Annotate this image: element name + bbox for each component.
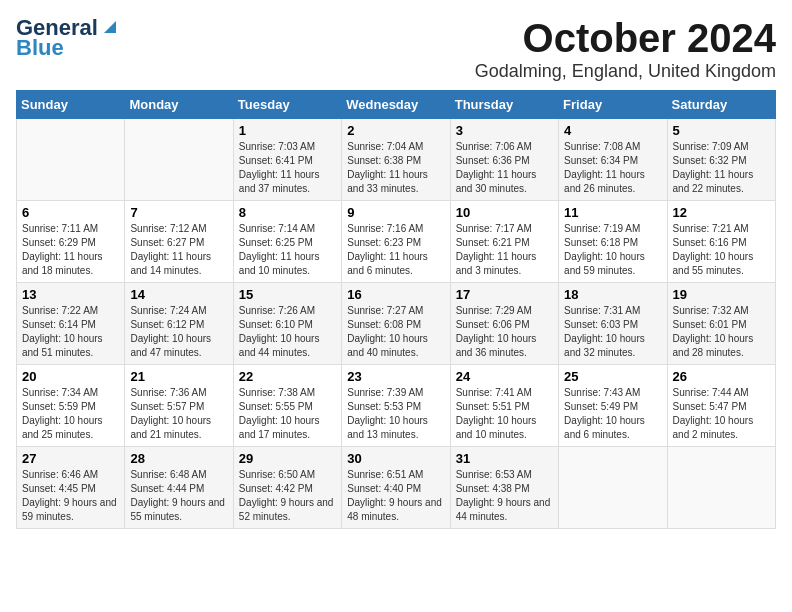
day-info: Sunrise: 7:04 AMSunset: 6:38 PMDaylight:… xyxy=(347,140,444,196)
header-cell-sunday: Sunday xyxy=(17,91,125,119)
day-cell xyxy=(667,447,775,529)
day-info: Sunrise: 7:08 AMSunset: 6:34 PMDaylight:… xyxy=(564,140,661,196)
day-cell: 6Sunrise: 7:11 AMSunset: 6:29 PMDaylight… xyxy=(17,201,125,283)
location-title: Godalming, England, United Kingdom xyxy=(475,61,776,82)
day-number: 11 xyxy=(564,205,661,220)
day-number: 16 xyxy=(347,287,444,302)
day-number: 17 xyxy=(456,287,553,302)
header-cell-friday: Friday xyxy=(559,91,667,119)
day-cell: 1Sunrise: 7:03 AMSunset: 6:41 PMDaylight… xyxy=(233,119,341,201)
svg-marker-0 xyxy=(104,21,116,33)
day-cell: 7Sunrise: 7:12 AMSunset: 6:27 PMDaylight… xyxy=(125,201,233,283)
day-number: 15 xyxy=(239,287,336,302)
day-info: Sunrise: 7:34 AMSunset: 5:59 PMDaylight:… xyxy=(22,386,119,442)
header-cell-monday: Monday xyxy=(125,91,233,119)
day-cell: 24Sunrise: 7:41 AMSunset: 5:51 PMDayligh… xyxy=(450,365,558,447)
logo-icon xyxy=(100,17,120,37)
day-number: 29 xyxy=(239,451,336,466)
header-cell-saturday: Saturday xyxy=(667,91,775,119)
day-number: 9 xyxy=(347,205,444,220)
day-number: 8 xyxy=(239,205,336,220)
day-number: 18 xyxy=(564,287,661,302)
day-info: Sunrise: 7:26 AMSunset: 6:10 PMDaylight:… xyxy=(239,304,336,360)
header: General Blue October 2024 Godalming, Eng… xyxy=(16,16,776,82)
day-number: 5 xyxy=(673,123,770,138)
day-cell: 13Sunrise: 7:22 AMSunset: 6:14 PMDayligh… xyxy=(17,283,125,365)
day-cell: 14Sunrise: 7:24 AMSunset: 6:12 PMDayligh… xyxy=(125,283,233,365)
calendar-header: SundayMondayTuesdayWednesdayThursdayFrid… xyxy=(17,91,776,119)
week-row-2: 6Sunrise: 7:11 AMSunset: 6:29 PMDaylight… xyxy=(17,201,776,283)
day-info: Sunrise: 7:03 AMSunset: 6:41 PMDaylight:… xyxy=(239,140,336,196)
day-info: Sunrise: 7:11 AMSunset: 6:29 PMDaylight:… xyxy=(22,222,119,278)
day-info: Sunrise: 6:53 AMSunset: 4:38 PMDaylight:… xyxy=(456,468,553,524)
day-info: Sunrise: 7:24 AMSunset: 6:12 PMDaylight:… xyxy=(130,304,227,360)
day-info: Sunrise: 7:29 AMSunset: 6:06 PMDaylight:… xyxy=(456,304,553,360)
day-info: Sunrise: 7:22 AMSunset: 6:14 PMDaylight:… xyxy=(22,304,119,360)
day-number: 7 xyxy=(130,205,227,220)
day-number: 12 xyxy=(673,205,770,220)
day-cell: 23Sunrise: 7:39 AMSunset: 5:53 PMDayligh… xyxy=(342,365,450,447)
day-info: Sunrise: 7:39 AMSunset: 5:53 PMDaylight:… xyxy=(347,386,444,442)
day-cell: 25Sunrise: 7:43 AMSunset: 5:49 PMDayligh… xyxy=(559,365,667,447)
day-number: 26 xyxy=(673,369,770,384)
day-info: Sunrise: 7:31 AMSunset: 6:03 PMDaylight:… xyxy=(564,304,661,360)
day-number: 13 xyxy=(22,287,119,302)
day-number: 28 xyxy=(130,451,227,466)
day-number: 14 xyxy=(130,287,227,302)
day-cell: 29Sunrise: 6:50 AMSunset: 4:42 PMDayligh… xyxy=(233,447,341,529)
day-info: Sunrise: 6:48 AMSunset: 4:44 PMDaylight:… xyxy=(130,468,227,524)
day-info: Sunrise: 7:12 AMSunset: 6:27 PMDaylight:… xyxy=(130,222,227,278)
day-info: Sunrise: 7:32 AMSunset: 6:01 PMDaylight:… xyxy=(673,304,770,360)
day-info: Sunrise: 7:19 AMSunset: 6:18 PMDaylight:… xyxy=(564,222,661,278)
day-info: Sunrise: 7:38 AMSunset: 5:55 PMDaylight:… xyxy=(239,386,336,442)
day-cell: 22Sunrise: 7:38 AMSunset: 5:55 PMDayligh… xyxy=(233,365,341,447)
day-info: Sunrise: 6:51 AMSunset: 4:40 PMDaylight:… xyxy=(347,468,444,524)
day-number: 24 xyxy=(456,369,553,384)
day-cell: 2Sunrise: 7:04 AMSunset: 6:38 PMDaylight… xyxy=(342,119,450,201)
day-number: 31 xyxy=(456,451,553,466)
day-info: Sunrise: 7:43 AMSunset: 5:49 PMDaylight:… xyxy=(564,386,661,442)
header-cell-wednesday: Wednesday xyxy=(342,91,450,119)
day-cell: 10Sunrise: 7:17 AMSunset: 6:21 PMDayligh… xyxy=(450,201,558,283)
day-cell: 27Sunrise: 6:46 AMSunset: 4:45 PMDayligh… xyxy=(17,447,125,529)
day-cell: 26Sunrise: 7:44 AMSunset: 5:47 PMDayligh… xyxy=(667,365,775,447)
day-number: 19 xyxy=(673,287,770,302)
day-number: 6 xyxy=(22,205,119,220)
day-cell: 9Sunrise: 7:16 AMSunset: 6:23 PMDaylight… xyxy=(342,201,450,283)
day-info: Sunrise: 7:44 AMSunset: 5:47 PMDaylight:… xyxy=(673,386,770,442)
month-title: October 2024 xyxy=(475,16,776,61)
logo-text-blue: Blue xyxy=(16,36,64,60)
day-info: Sunrise: 6:46 AMSunset: 4:45 PMDaylight:… xyxy=(22,468,119,524)
day-number: 3 xyxy=(456,123,553,138)
day-cell: 8Sunrise: 7:14 AMSunset: 6:25 PMDaylight… xyxy=(233,201,341,283)
day-info: Sunrise: 7:16 AMSunset: 6:23 PMDaylight:… xyxy=(347,222,444,278)
day-cell: 15Sunrise: 7:26 AMSunset: 6:10 PMDayligh… xyxy=(233,283,341,365)
week-row-3: 13Sunrise: 7:22 AMSunset: 6:14 PMDayligh… xyxy=(17,283,776,365)
header-cell-tuesday: Tuesday xyxy=(233,91,341,119)
day-number: 21 xyxy=(130,369,227,384)
day-number: 22 xyxy=(239,369,336,384)
day-cell: 16Sunrise: 7:27 AMSunset: 6:08 PMDayligh… xyxy=(342,283,450,365)
week-row-4: 20Sunrise: 7:34 AMSunset: 5:59 PMDayligh… xyxy=(17,365,776,447)
day-cell: 31Sunrise: 6:53 AMSunset: 4:38 PMDayligh… xyxy=(450,447,558,529)
day-info: Sunrise: 7:36 AMSunset: 5:57 PMDaylight:… xyxy=(130,386,227,442)
header-row: SundayMondayTuesdayWednesdayThursdayFrid… xyxy=(17,91,776,119)
day-number: 20 xyxy=(22,369,119,384)
day-cell: 3Sunrise: 7:06 AMSunset: 6:36 PMDaylight… xyxy=(450,119,558,201)
day-cell: 5Sunrise: 7:09 AMSunset: 6:32 PMDaylight… xyxy=(667,119,775,201)
day-number: 27 xyxy=(22,451,119,466)
day-cell xyxy=(125,119,233,201)
day-number: 23 xyxy=(347,369,444,384)
day-cell xyxy=(559,447,667,529)
day-number: 25 xyxy=(564,369,661,384)
day-cell: 12Sunrise: 7:21 AMSunset: 6:16 PMDayligh… xyxy=(667,201,775,283)
header-cell-thursday: Thursday xyxy=(450,91,558,119)
day-number: 4 xyxy=(564,123,661,138)
day-cell: 28Sunrise: 6:48 AMSunset: 4:44 PMDayligh… xyxy=(125,447,233,529)
day-cell xyxy=(17,119,125,201)
day-info: Sunrise: 7:41 AMSunset: 5:51 PMDaylight:… xyxy=(456,386,553,442)
day-info: Sunrise: 7:21 AMSunset: 6:16 PMDaylight:… xyxy=(673,222,770,278)
logo: General Blue xyxy=(16,16,120,60)
day-cell: 21Sunrise: 7:36 AMSunset: 5:57 PMDayligh… xyxy=(125,365,233,447)
day-info: Sunrise: 7:06 AMSunset: 6:36 PMDaylight:… xyxy=(456,140,553,196)
